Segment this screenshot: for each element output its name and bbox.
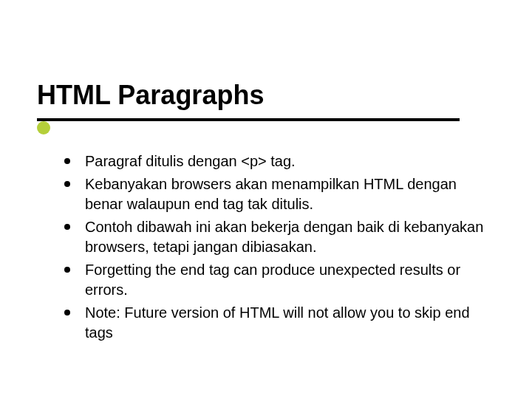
bullet-icon bbox=[64, 158, 70, 164]
bullet-list: Paragraf ditulis dengan <p> tag. Kebanya… bbox=[85, 151, 484, 346]
title-underline bbox=[37, 118, 460, 121]
bullet-icon bbox=[64, 310, 70, 316]
slide-title: HTML Paragraphs bbox=[37, 80, 264, 111]
accent-dot-icon bbox=[37, 121, 50, 134]
list-item-text: Paragraf ditulis dengan <p> tag. bbox=[85, 153, 296, 169]
list-item-text: Kebanyakan browsers akan menampilkan HTM… bbox=[85, 176, 457, 212]
bullet-icon bbox=[64, 267, 70, 273]
list-item: Kebanyakan browsers akan menampilkan HTM… bbox=[85, 174, 484, 214]
list-item: Paragraf ditulis dengan <p> tag. bbox=[85, 151, 484, 171]
list-item: Contoh dibawah ini akan bekerja dengan b… bbox=[85, 217, 484, 257]
slide: HTML Paragraphs Paragraf ditulis dengan … bbox=[0, 0, 532, 399]
list-item: Note: Future version of HTML will not al… bbox=[85, 303, 484, 343]
list-item-text: Forgetting the end tag can produce unexp… bbox=[85, 262, 460, 298]
list-item: Forgetting the end tag can produce unexp… bbox=[85, 260, 484, 300]
list-item-text: Contoh dibawah ini akan bekerja dengan b… bbox=[85, 219, 483, 255]
list-item-text: Note: Future version of HTML will not al… bbox=[85, 304, 470, 341]
bullet-icon bbox=[64, 224, 70, 230]
bullet-icon bbox=[64, 181, 70, 187]
